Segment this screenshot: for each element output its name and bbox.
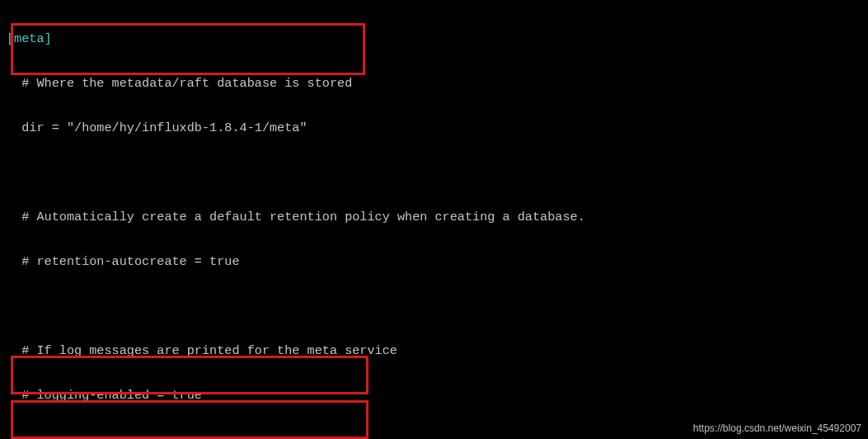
- section-meta-header: [meta]: [0, 31, 868, 46]
- blank-line: [0, 165, 868, 180]
- comment-logging-desc: # If log messages are printed for the me…: [0, 343, 868, 358]
- setting-meta-dir: dir = "/home/hy/influxdb-1.8.4-1/meta": [0, 120, 868, 135]
- comment-logging-enabled: # logging-enabled = true: [0, 388, 868, 403]
- comment-meta-where: # Where the metadata/raft database is st…: [0, 76, 868, 91]
- config-file-view: [meta] # Where the metadata/raft databas…: [0, 0, 868, 439]
- blank-line: [0, 299, 868, 314]
- comment-retention-autocreate: # retention-autocreate = true: [0, 254, 868, 269]
- watermark-url: https://blog.csdn.net/weixin_45492007: [693, 421, 861, 436]
- comment-retention-desc: # Automatically create a default retenti…: [0, 210, 868, 224]
